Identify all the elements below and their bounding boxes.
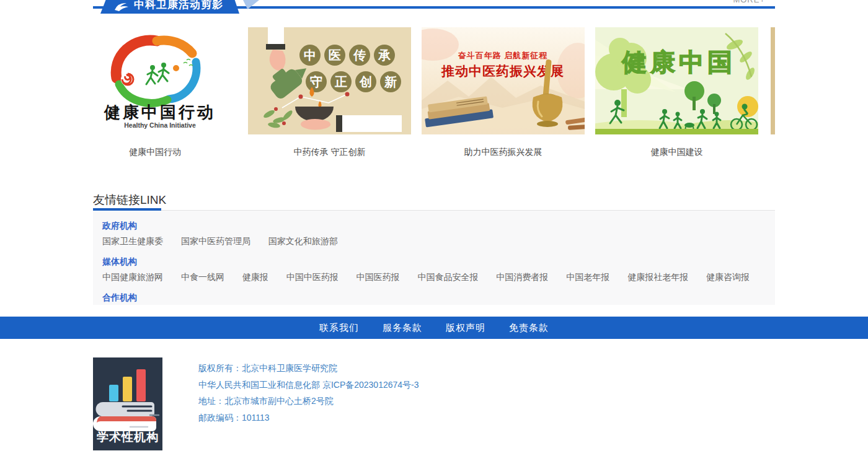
- friend-link[interactable]: 国家卫生健康委: [102, 236, 163, 246]
- footer-postcode-line: 邮政编码：101113: [198, 410, 632, 426]
- link-group-heading-government: 政府机构: [102, 221, 766, 232]
- footer-logo: 学术性机构: [93, 357, 162, 450]
- section-title-ribbon: 中科卫康活动剪影: [100, 0, 239, 14]
- section-title: 中科卫康活动剪影: [134, 0, 223, 12]
- friend-link[interactable]: 中国健康旅游网: [102, 272, 163, 282]
- circle-char: 守: [310, 75, 322, 89]
- logo-subtitle-text: Healthy China Initiative: [124, 121, 196, 129]
- healthy-china-poster-image: 健康中国: [595, 27, 758, 134]
- circle-char: 正: [334, 75, 347, 89]
- friend-link[interactable]: 中国中医药报: [286, 272, 339, 282]
- footer-nav-contact[interactable]: 联系我们: [319, 322, 359, 334]
- friend-link[interactable]: 中国消费者报: [496, 272, 548, 282]
- page: 中科卫康活动剪影 MORE+: [0, 0, 868, 469]
- logo-title-text: 健康中国行动: [104, 103, 216, 121]
- footer-address-line: 地址：北京市城市副中心土桥2号院: [198, 393, 632, 410]
- slide-caption: 健康中国建设: [595, 147, 758, 158]
- tcm-revitalization-image: 奋斗百年路 启航新征程 推动中医药振兴发展: [422, 27, 585, 134]
- section-header: 中科卫康活动剪影 MORE+: [93, 0, 775, 20]
- carousel-slide-healthy-china-logo[interactable]: 健康中国行动 Healthy China Initiative: [93, 27, 226, 134]
- link-group-government: 国家卫生健康委 国家中医药管理局 国家文化和旅游部: [102, 236, 766, 247]
- friend-link[interactable]: 国家文化和旅游部: [268, 236, 338, 246]
- circle-char: 中: [304, 48, 316, 62]
- carousel-slide-tcm-heritage[interactable]: 中 医 传 承 守 正 创 新: [248, 27, 411, 134]
- footer-icp-line: 中华人民共和国工业和信息化部 京ICP备2023012674号-3: [198, 377, 632, 393]
- circle-char: 医: [329, 48, 341, 62]
- friend-link[interactable]: 健康报社老年报: [627, 272, 688, 282]
- link-group-heading-media: 媒体机构: [102, 256, 766, 268]
- link-group-heading-partners: 合作机构: [102, 292, 766, 304]
- friend-link[interactable]: 中国老年报: [566, 272, 609, 282]
- links-title-underline: [93, 208, 161, 211]
- friend-link[interactable]: 国家中医药管理局: [181, 236, 250, 246]
- footer-nav-copyright[interactable]: 版权声明: [446, 322, 485, 334]
- banner-subtitle-text: 奋斗百年路 启航新征程: [458, 51, 548, 60]
- circle-char: 新: [384, 75, 397, 89]
- friend-link[interactable]: 健康报: [242, 272, 268, 282]
- circle-char: 传: [353, 48, 366, 62]
- slide-caption: 健康中国行动: [93, 147, 217, 158]
- carousel-slide-tcm-revitalization[interactable]: 奋斗百年路 启航新征程 推动中医药振兴发展: [422, 27, 585, 134]
- academic-institution-logo-image: 学术性机构: [93, 357, 162, 450]
- slide-caption: 中药传承 守正创新: [248, 147, 411, 158]
- links-section-title: 友情链接LINK: [93, 192, 166, 208]
- poster-title-text: 健康中国: [621, 48, 736, 76]
- footer-nav-terms[interactable]: 服务条款: [383, 322, 422, 334]
- footer-logo-text: 学术性机构: [97, 431, 159, 444]
- footer-copyright-line: 版权所有：北京中科卫康医学研究院: [198, 360, 632, 377]
- friend-link[interactable]: 健康咨询报: [706, 272, 750, 282]
- carousel-captions: 健康中国行动 中药传承 守正创新 助力中医药振兴发展 健康中国建设: [93, 147, 775, 159]
- friend-link[interactable]: 中国食品安全报: [417, 272, 478, 282]
- friend-link[interactable]: 中食一线网: [181, 272, 224, 282]
- photo-carousel: 健康中国行动 Healthy China Initiative 中 医 传 承 …: [93, 27, 775, 134]
- footer-copyright-block: 版权所有：北京中科卫康医学研究院 中华人民共和国工业和信息化部 京ICP备202…: [198, 360, 632, 426]
- swoosh-logo-icon: [114, 1, 129, 12]
- tcm-heritage-image: 中 医 传 承 守 正 创 新: [248, 27, 411, 134]
- healthy-china-logo-image: 健康中国行动 Healthy China Initiative: [98, 30, 222, 132]
- circle-char: 承: [378, 48, 391, 62]
- slide-caption: 助力中医药振兴发展: [422, 147, 585, 158]
- links-panel: 政府机构 国家卫生健康委 国家中医药管理局 国家文化和旅游部 媒体机构 中国健康…: [93, 211, 775, 305]
- link-group-media: 中国健康旅游网 中食一线网 健康报 中国中医药报 中国医药报 中国食品安全报 中…: [102, 272, 766, 283]
- carousel-slide-healthy-china-poster[interactable]: 健康中国: [595, 27, 758, 134]
- more-link[interactable]: MORE+: [733, 0, 765, 4]
- footer-nav-disclaimer[interactable]: 免责条款: [509, 322, 549, 334]
- circle-char: 创: [359, 75, 372, 89]
- footer-nav-bar: 联系我们 服务条款 版权声明 免责条款: [0, 317, 868, 339]
- friend-link[interactable]: 中国医药报: [356, 272, 400, 282]
- carousel-slide-partial-next[interactable]: [771, 27, 775, 134]
